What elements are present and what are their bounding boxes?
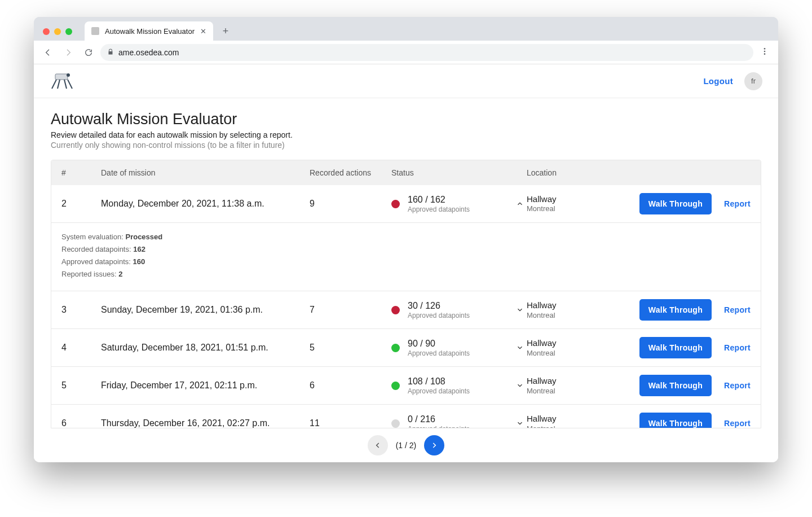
row-index: 4 [61, 343, 101, 353]
svg-line-8 [68, 80, 72, 89]
close-window-icon[interactable] [43, 28, 50, 35]
row-recorded-actions: 11 [310, 418, 391, 428]
pagination-prev-button[interactable] [368, 435, 388, 455]
row-location-name: Hallway [527, 338, 594, 349]
walk-through-button[interactable]: Walk Through [639, 299, 712, 321]
svg-point-2 [764, 53, 766, 55]
row-recorded-actions: 9 [310, 199, 391, 209]
new-tab-button[interactable]: + [218, 23, 233, 39]
row-location-city: Montreal [527, 387, 594, 396]
minimize-window-icon[interactable] [54, 28, 61, 35]
table-row[interactable]: 3Sunday, December 19, 2021, 01:36 p.m.73… [51, 291, 761, 328]
col-status: Status [391, 168, 527, 177]
report-link[interactable]: Report [724, 381, 751, 390]
row-location-city: Montreal [527, 349, 594, 358]
app-header: Logout fr [34, 64, 778, 98]
browser-toolbar: ame.osedea.com [34, 41, 778, 64]
row-status-sublabel: Approved datapoints [408, 425, 470, 428]
row-expand-toggle[interactable] [513, 341, 527, 354]
detail-approved-value: 160 [133, 257, 145, 266]
browser-menu-button[interactable] [757, 47, 773, 58]
row-expanded-panel: System evaluation: ProcessedRecorded dat… [51, 222, 761, 291]
row-location: HallwayMontreal [527, 376, 594, 396]
table-row[interactable]: 6Thursday, December 16, 2021, 02:27 p.m.… [51, 404, 761, 428]
row-location: HallwayMontreal [527, 300, 594, 320]
detail-issues-label: Reported issues: [61, 270, 117, 278]
walk-through-button[interactable]: Walk Through [639, 337, 712, 358]
status-dot-icon [391, 344, 400, 352]
table-body: 2Monday, December 20, 2021, 11:38 a.m.91… [51, 185, 761, 428]
row-actions: Walk ThroughReport [594, 299, 751, 321]
row-status: 90 / 90Approved datapoints [391, 338, 527, 358]
row-location-city: Montreal [527, 204, 594, 213]
row-recorded-actions: 6 [310, 380, 391, 391]
app-logo-icon [50, 72, 76, 91]
svg-point-4 [67, 73, 70, 77]
walk-through-button[interactable]: Walk Through [639, 413, 712, 428]
col-date: Date of mission [101, 168, 310, 177]
row-status-ratio: 0 / 216 [408, 414, 470, 425]
avatar[interactable]: fr [744, 72, 762, 90]
row-expand-toggle[interactable] [513, 197, 527, 211]
pagination-label: (1 / 2) [396, 441, 417, 450]
table-row[interactable]: 5Friday, December 17, 2021, 02:11 p.m.61… [51, 366, 761, 404]
row-date: Monday, December 20, 2021, 11:38 a.m. [101, 199, 310, 209]
row-status-sublabel: Approved datapoints [408, 312, 470, 320]
row-status-sublabel: Approved datapoints [408, 349, 470, 358]
row-status: 0 / 216Approved datapoints [391, 414, 527, 428]
report-link[interactable]: Report [724, 419, 751, 428]
tab-title: Autowalk Mission Evaluator [105, 27, 195, 36]
row-location-name: Hallway [527, 376, 594, 387]
row-location-name: Hallway [527, 194, 594, 205]
row-status: 160 / 162Approved datapoints [391, 194, 527, 214]
pagination: (1 / 2) [34, 428, 778, 462]
row-location: HallwayMontreal [527, 194, 594, 214]
row-expand-toggle[interactable] [513, 379, 527, 392]
nav-reload-button[interactable] [80, 44, 97, 61]
svg-point-0 [764, 48, 766, 50]
tab-favicon-icon [91, 27, 99, 35]
row-expand-toggle[interactable] [513, 417, 527, 428]
row-status-sublabel: Approved datapoints [408, 205, 470, 214]
report-link[interactable]: Report [724, 305, 751, 314]
missions-table: # Date of mission Recorded actions Statu… [51, 160, 761, 428]
browser-tab[interactable]: Autowalk Mission Evaluator ✕ [85, 21, 213, 41]
row-index: 2 [61, 199, 101, 209]
row-location: HallwayMontreal [527, 338, 594, 358]
walk-through-button[interactable]: Walk Through [639, 375, 712, 396]
report-link[interactable]: Report [724, 343, 751, 352]
page-content: Autowalk Mission Evaluator Review detail… [34, 98, 778, 428]
table-row[interactable]: 4Saturday, December 18, 2021, 01:51 p.m.… [51, 328, 761, 366]
tab-close-icon[interactable]: ✕ [200, 27, 206, 36]
row-date: Friday, December 17, 2021, 02:11 p.m. [101, 380, 310, 391]
window-controls [39, 28, 76, 41]
row-location-name: Hallway [527, 300, 594, 311]
row-status-ratio: 108 / 108 [408, 376, 470, 387]
row-actions: Walk ThroughReport [594, 193, 751, 214]
row-status-sublabel: Approved datapoints [408, 387, 470, 396]
svg-rect-3 [55, 74, 68, 80]
row-index: 3 [61, 305, 101, 315]
row-actions: Walk ThroughReport [594, 337, 751, 358]
report-link[interactable]: Report [724, 199, 751, 208]
maximize-window-icon[interactable] [65, 28, 72, 35]
row-actions: Walk ThroughReport [594, 375, 751, 396]
table-row[interactable]: 2Monday, December 20, 2021, 11:38 a.m.91… [51, 185, 761, 222]
nav-back-button[interactable] [39, 44, 56, 61]
detail-sys-eval-label: System evaluation: [61, 233, 123, 241]
nav-forward-button[interactable] [60, 44, 77, 61]
address-bar[interactable]: ame.osedea.com [100, 44, 753, 61]
logout-link[interactable]: Logout [703, 76, 733, 86]
status-dot-icon [391, 382, 400, 390]
browser-window: Autowalk Mission Evaluator ✕ + ame.osede… [34, 17, 778, 462]
detail-recorded-value: 162 [133, 245, 145, 253]
pagination-next-button[interactable] [424, 435, 444, 455]
address-bar-text: ame.osedea.com [118, 48, 179, 57]
svg-line-5 [52, 80, 56, 89]
row-expand-toggle[interactable] [513, 303, 527, 317]
detail-sys-eval-value: Processed [125, 233, 162, 241]
svg-point-1 [764, 50, 766, 52]
avatar-label: fr [751, 77, 756, 85]
walk-through-button[interactable]: Walk Through [639, 193, 712, 214]
lock-icon [107, 48, 114, 57]
